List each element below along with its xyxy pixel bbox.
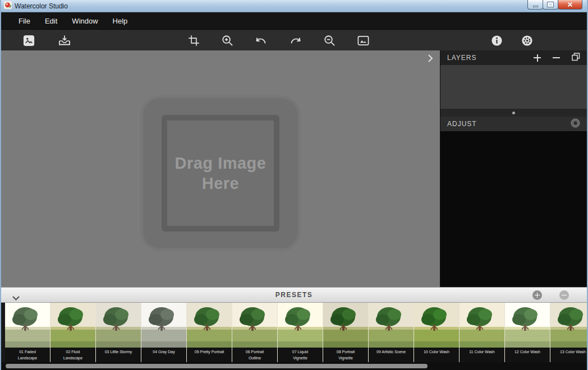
preset-item[interactable]: 11 Color Wash: [460, 303, 505, 362]
crop-button[interactable]: [186, 33, 201, 48]
preset-thumbnail: [232, 303, 277, 348]
zoom-out-icon: [323, 34, 336, 47]
toolbar: [1, 29, 587, 50]
info-button[interactable]: [489, 33, 504, 48]
panel-splitter[interactable]: [440, 109, 587, 117]
settings-button[interactable]: [520, 33, 534, 48]
preset-thumbnail: [141, 303, 186, 348]
scrollbar-thumb[interactable]: [6, 364, 428, 368]
preset-thumbnail: [369, 303, 414, 348]
preset-label: 13 Color Wash: [550, 348, 587, 362]
app-window: Watercolor Studio File Edit Window Help: [0, 0, 588, 370]
preset-item[interactable]: 06 Portrait Outline: [232, 303, 278, 362]
preset-thumbnail: [50, 303, 95, 348]
adjust-body: [440, 131, 587, 287]
presets-collapse-button[interactable]: [12, 293, 20, 303]
minus-icon: [562, 295, 567, 296]
chevron-down-icon: [12, 296, 20, 300]
preset-label: 07 Liquid Vignette: [278, 348, 323, 362]
redo-icon: [289, 34, 302, 47]
menu-edit[interactable]: Edit: [38, 17, 65, 25]
dropzone-text: Drag Image Here: [173, 153, 268, 194]
preset-item[interactable]: 05 Pretty Portrait: [187, 303, 232, 362]
preset-label: 12 Color Wash: [505, 348, 550, 362]
preset-label: 05 Pretty Portrait: [187, 348, 232, 362]
window-title: Watercolor Studio: [15, 2, 68, 10]
crop-icon: [188, 35, 200, 47]
close-button[interactable]: [558, 0, 582, 10]
adjust-title: ADJUST: [447, 120, 477, 128]
preset-thumbnail: [505, 303, 550, 348]
zoom-in-icon: [221, 34, 234, 47]
reset-adjust-icon[interactable]: [571, 118, 580, 130]
presets-bar: PRESETS: [1, 287, 587, 303]
add-layer-icon[interactable]: [534, 54, 541, 62]
window-controls: [528, 0, 582, 10]
preset-label: 08 Portrait Vignette: [323, 348, 368, 362]
canvas[interactable]: Drag Image Here: [1, 50, 440, 287]
menubar: File Edit Window Help: [1, 12, 587, 29]
preset-thumbnail: [460, 303, 504, 348]
maximize-button[interactable]: [543, 0, 558, 10]
preset-thumbnail: [323, 303, 368, 348]
compare-button[interactable]: [356, 33, 370, 48]
preset-thumbnail: [550, 303, 587, 348]
preset-label: 02 Fluid Landscape: [50, 348, 95, 362]
remove-layer-icon[interactable]: [553, 54, 560, 62]
import-button[interactable]: [57, 33, 72, 48]
preset-label: 01 Faded Landscape: [5, 348, 50, 362]
preset-label: 06 Portrait Outline: [232, 348, 277, 362]
app-icon: [4, 1, 12, 11]
preset-item[interactable]: 03 Little Stormy: [96, 303, 141, 362]
horizontal-scrollbar[interactable]: [1, 362, 587, 370]
zoom-out-button[interactable]: [322, 33, 337, 48]
menu-file[interactable]: File: [11, 17, 38, 25]
preset-item[interactable]: 04 Gray Day: [141, 303, 187, 362]
preset-thumbnail: [414, 303, 459, 348]
chevron-right-icon: [428, 54, 433, 63]
menu-window[interactable]: Window: [65, 17, 105, 25]
duplicate-layer-icon[interactable]: [572, 53, 580, 63]
preset-label: 11 Color Wash: [460, 348, 504, 362]
menu-help[interactable]: Help: [105, 17, 135, 25]
open-image-button[interactable]: [21, 33, 36, 48]
preset-item[interactable]: 07 Liquid Vignette: [278, 303, 323, 362]
preset-label: 10 Color Wash: [414, 348, 459, 362]
main-area: Drag Image Here LAYERS: [1, 50, 587, 287]
image-dropzone[interactable]: Drag Image Here: [143, 98, 298, 248]
preset-label: 03 Little Stormy: [96, 348, 141, 362]
zoom-in-button[interactable]: [220, 33, 235, 48]
titlebar[interactable]: Watercolor Studio: [1, 0, 587, 12]
layers-header: LAYERS: [440, 50, 587, 65]
undo-button[interactable]: [254, 33, 268, 48]
preset-thumbnail: [278, 303, 323, 348]
right-panel: LAYERS ADJUST: [440, 50, 587, 287]
preset-item[interactable]: 10 Color Wash: [414, 303, 460, 362]
preset-item[interactable]: 01 Faded Landscape: [5, 303, 50, 362]
preset-thumbnail: [187, 303, 232, 348]
undo-icon: [254, 34, 268, 47]
layers-title: LAYERS: [447, 54, 476, 62]
presets-title: PRESETS: [275, 291, 313, 299]
redo-button[interactable]: [288, 33, 303, 48]
preset-thumbnail: [96, 303, 141, 348]
presets-minus-button[interactable]: [559, 290, 569, 300]
layers-list[interactable]: [440, 65, 587, 109]
preset-item[interactable]: 08 Portrait Vignette: [323, 303, 369, 362]
presets-plus-button[interactable]: [532, 290, 542, 300]
preset-label: 09 Artistic Scene: [369, 348, 414, 362]
collapse-right-panel-button[interactable]: [426, 53, 434, 66]
settings-icon: [521, 34, 534, 47]
open-image-icon: [22, 34, 35, 47]
preset-item[interactable]: 13 Color Wash: [550, 303, 587, 362]
maximize-icon: [548, 2, 553, 7]
preset-item[interactable]: 12 Color Wash: [505, 303, 550, 362]
adjust-header: ADJUST: [440, 117, 587, 131]
presets-strip: 01 Faded Landscape 02 Fluid Landscape: [1, 303, 587, 362]
minimize-button[interactable]: [527, 0, 543, 10]
splitter-handle-icon: [512, 112, 515, 114]
compare-icon: [357, 34, 370, 47]
preset-item[interactable]: 09 Artistic Scene: [369, 303, 414, 362]
preset-item[interactable]: 02 Fluid Landscape: [50, 303, 96, 362]
minimize-icon: [533, 6, 538, 7]
